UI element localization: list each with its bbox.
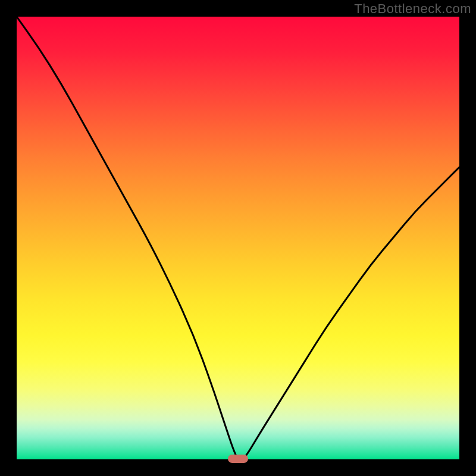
bottleneck-marker xyxy=(228,455,248,463)
bottleneck-curve xyxy=(17,17,459,459)
watermark-text: TheBottleneck.com xyxy=(354,1,471,17)
plot-area xyxy=(17,17,459,459)
chart-frame: TheBottleneck.com xyxy=(0,0,476,476)
curve-svg xyxy=(17,17,459,459)
